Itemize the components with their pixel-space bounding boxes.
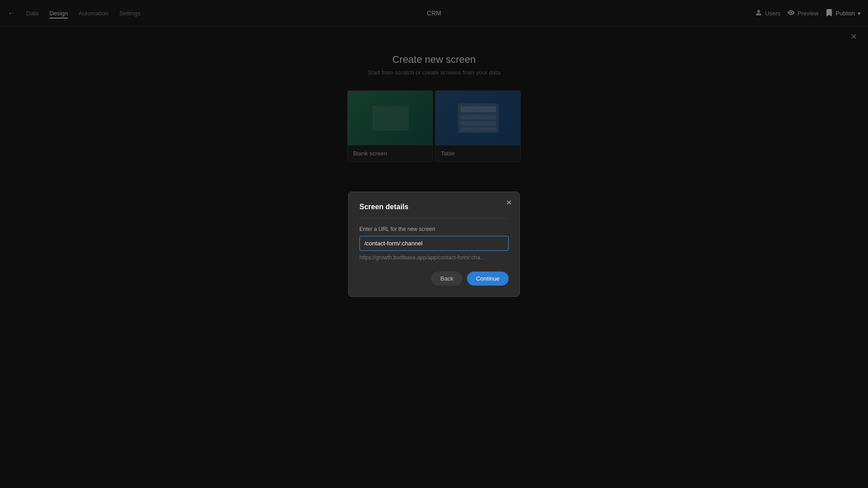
modal-close-icon: ✕ [506, 198, 512, 207]
modal-close-button[interactable]: ✕ [503, 197, 514, 208]
url-label: Enter a URL for the new screen [359, 226, 509, 232]
back-button[interactable]: Back [431, 272, 462, 286]
continue-button[interactable]: Continue [467, 272, 509, 286]
url-input[interactable] [359, 236, 509, 251]
modal-backdrop: ✕ Screen details Enter a URL for the new… [0, 0, 868, 488]
modal-title: Screen details [359, 203, 509, 219]
screen-details-modal: ✕ Screen details Enter a URL for the new… [348, 192, 520, 297]
modal-actions: Back Continue [359, 272, 509, 286]
url-preview: https://growth.budibase.app/app/contact-… [359, 254, 509, 261]
